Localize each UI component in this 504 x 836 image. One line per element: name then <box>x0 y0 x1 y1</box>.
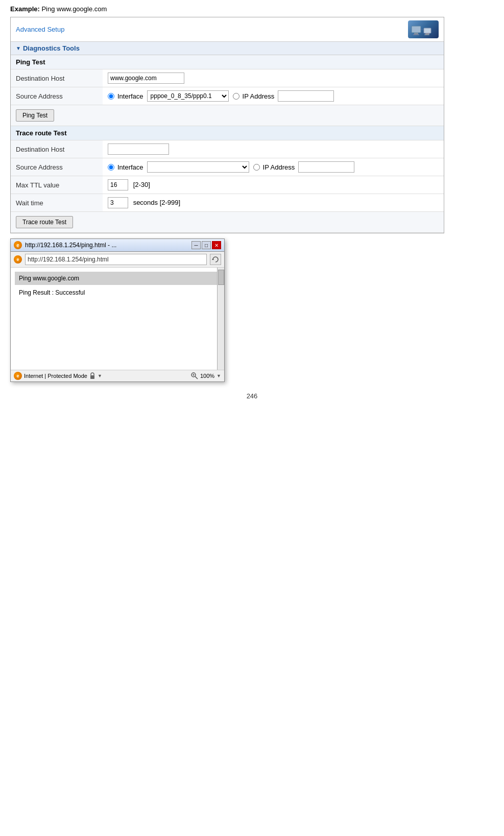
example-label: Example: Ping www.google.com <box>10 5 494 13</box>
trace-ip-input[interactable] <box>298 161 354 173</box>
lock-dropdown-arrow[interactable]: ▼ <box>98 373 102 378</box>
maximize-button[interactable]: □ <box>202 241 211 249</box>
trace-ttl-range: [2-30] <box>133 181 150 188</box>
ping-interface-radio-label: Interface <box>117 92 143 100</box>
ping-ip-radio[interactable] <box>233 93 239 100</box>
trace-waittime-unit: seconds [2-999] <box>133 199 181 206</box>
trace-interface-radio-label: Interface <box>117 163 143 171</box>
svg-line-6 <box>421 29 424 30</box>
ping-test-button[interactable]: Ping Test <box>16 109 54 122</box>
ping-test-row: Ping Test <box>11 55 444 69</box>
trace-interface-radio[interactable] <box>108 164 114 171</box>
ping-button-row: Ping Test <box>11 105 444 126</box>
popup-title-left: e http://192.168.1.254/ping.html - ... <box>14 241 116 249</box>
popup-window-controls: ─ □ ✕ <box>191 241 221 249</box>
ping-destination-value-cell <box>103 69 444 87</box>
ping-interface-radio[interactable] <box>108 93 114 100</box>
zoom-text: 100% <box>200 373 214 379</box>
popup-scrollbar[interactable] <box>217 268 224 370</box>
go-button[interactable] <box>210 254 221 265</box>
network-icon <box>408 20 439 38</box>
trace-ttl-row: Max TTL value [2-30] <box>11 176 444 194</box>
trace-source-value-cell: Interface IP Address <box>103 158 444 176</box>
trace-interface-radio-item: Interface <box>108 161 249 173</box>
trace-waittime-label: Wait time <box>11 194 103 212</box>
popup-window: e http://192.168.1.254/ping.html - ... ─… <box>10 238 225 382</box>
scrollbar-thumb[interactable] <box>218 270 224 285</box>
svg-line-10 <box>195 376 198 379</box>
refresh-icon <box>212 256 219 263</box>
panel-header: Advanced Setup <box>11 17 444 42</box>
svg-rect-1 <box>414 33 418 34</box>
ping-host-display: Ping www.google.com <box>15 272 220 285</box>
ping-ip-input[interactable] <box>278 90 334 102</box>
trace-ttl-value-cell: [2-30] <box>103 176 444 194</box>
ping-ipaddress-radio-item: IP Address <box>233 90 334 102</box>
trace-ttl-label: Max TTL value <box>11 176 103 194</box>
trace-waittime-input[interactable] <box>108 197 128 208</box>
trace-button-cell: Trace route Test <box>11 212 444 233</box>
trace-waittime-row: Wait time seconds [2-999] <box>11 194 444 212</box>
trace-source-label: Source Address <box>11 158 103 176</box>
popup-content: Ping www.google.com Ping Result : Succes… <box>11 268 224 370</box>
minimize-button[interactable]: ─ <box>191 241 201 249</box>
ping-destination-input[interactable] <box>108 73 184 84</box>
ie-address-icon: e <box>14 255 22 264</box>
status-right: 100% ▼ <box>191 372 221 379</box>
trace-destination-row: Destination Host <box>11 140 444 158</box>
trace-waittime-value-cell: seconds [2-999] <box>103 194 444 212</box>
svg-rect-8 <box>90 375 94 379</box>
trace-button-row: Trace route Test <box>11 212 444 233</box>
trace-route-test-button[interactable]: Trace route Test <box>16 216 73 228</box>
trace-destination-label: Destination Host <box>11 140 103 158</box>
zoom-dropdown-arrow[interactable]: ▼ <box>217 373 221 378</box>
zoom-icon <box>191 372 198 379</box>
ping-ip-radio-label: IP Address <box>243 92 275 100</box>
ping-source-label: Source Address <box>11 87 103 105</box>
ping-source-value-cell: Interface pppoe_0_8_35/ppp0.1 IP Address <box>103 87 444 105</box>
svg-rect-4 <box>425 33 429 34</box>
trace-ip-radio[interactable] <box>253 164 260 171</box>
diagnostics-section-header: Diagnostics Tools <box>11 42 444 55</box>
trace-interface-select[interactable] <box>147 161 249 173</box>
trace-ttl-input[interactable] <box>108 179 128 190</box>
popup-scroll-area: Ping www.google.com Ping Result : Succes… <box>11 268 224 370</box>
ping-destination-label: Destination Host <box>11 69 103 87</box>
ping-destination-row: Destination Host <box>11 69 444 87</box>
status-ie-icon: e <box>14 372 22 380</box>
status-left: e Internet | Protected Mode ▼ <box>14 372 102 380</box>
ping-interface-radio-item: Interface pppoe_0_8_35/ppp0.1 <box>108 90 229 102</box>
advanced-setup-panel: Advanced Setup Diagnostics Tools Ping Te… <box>10 17 444 233</box>
ping-interface-select[interactable]: pppoe_0_8_35/ppp0.1 <box>147 90 229 102</box>
diagnostics-form: Ping Test Destination Host Source Addres… <box>11 55 444 233</box>
popup-titlebar: e http://192.168.1.254/ping.html - ... ─… <box>11 239 224 252</box>
close-button[interactable]: ✕ <box>212 241 221 249</box>
ping-result-display: Ping Result : Successful <box>15 287 220 298</box>
popup-addressbar: e <box>11 252 224 268</box>
popup-title-text: http://192.168.1.254/ping.html - ... <box>25 242 116 249</box>
svg-rect-3 <box>424 28 431 33</box>
trace-destination-input[interactable] <box>108 144 169 155</box>
svg-rect-2 <box>413 34 419 35</box>
page-number: 246 <box>10 392 494 400</box>
ie-logo-icon: e <box>14 241 22 249</box>
trace-destination-value-cell <box>103 140 444 158</box>
lock-icon <box>89 372 95 379</box>
trace-ip-radio-label: IP Address <box>263 163 295 171</box>
svg-rect-5 <box>424 34 429 35</box>
svg-rect-0 <box>412 26 421 33</box>
status-text: Internet | Protected Mode <box>24 373 87 379</box>
popup-statusbar: e Internet | Protected Mode ▼ 100% ▼ <box>11 370 224 381</box>
address-bar-input[interactable] <box>25 254 207 265</box>
panel-title: Advanced Setup <box>16 26 64 33</box>
ping-button-cell: Ping Test <box>11 105 444 126</box>
svg-marker-7 <box>212 258 214 260</box>
trace-source-row: Source Address Interface IP Address <box>11 158 444 176</box>
trace-test-header-row: Trace route Test <box>11 126 444 140</box>
ping-source-row: Source Address Interface pppoe_0_8_35/pp… <box>11 87 444 105</box>
trace-ipaddress-radio-item: IP Address <box>253 161 355 173</box>
